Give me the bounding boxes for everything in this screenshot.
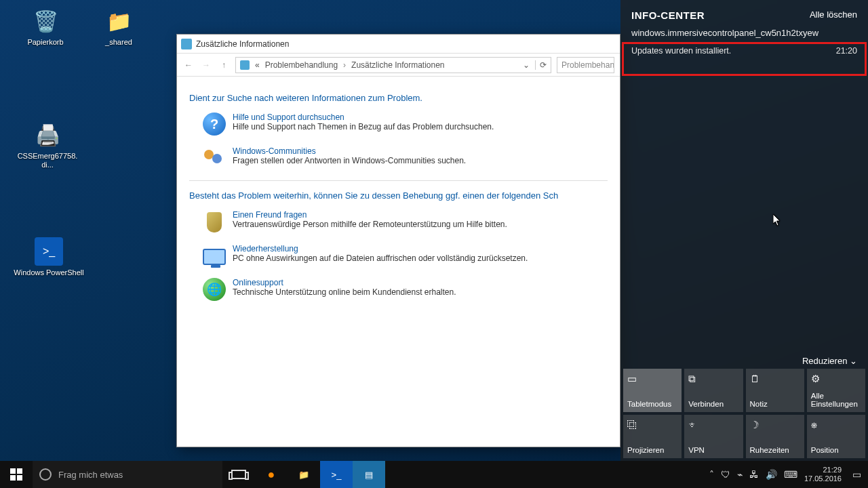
online-support-link[interactable]: Onlinesupport — [233, 278, 456, 287]
search-input[interactable]: Problembehand — [557, 57, 614, 73]
taskbar-app-control-panel[interactable]: ▤ — [353, 461, 385, 488]
collapse-button[interactable]: Reduzieren ⌄ — [802, 356, 857, 366]
notification-group-header[interactable]: windows.immersivecontrolpanel_cw5n1h2txy… — [620, 26, 868, 42]
help-icon: ? — [203, 113, 226, 136]
chevron-down-icon[interactable]: ⌄ — [523, 60, 530, 70]
vpn-icon: ᯤ — [688, 419, 738, 430]
tile-note[interactable]: 🗒Notiz — [746, 369, 804, 412]
tray-keyboard-icon[interactable]: ⌨ — [784, 469, 797, 480]
tile-vpn[interactable]: ᯤVPN — [684, 415, 743, 458]
action-center-button[interactable]: ▭ — [852, 469, 861, 480]
breadcrumb[interactable]: « Problembehandlung › Zusätzliche Inform… — [235, 57, 551, 73]
divider — [189, 180, 608, 181]
desktop-icon-label: CSSEmerg67758. di... — [14, 152, 81, 169]
control-panel-icon — [240, 60, 250, 70]
tray-security-icon[interactable]: 🛡 — [721, 469, 730, 480]
taskbar-app-powershell[interactable]: >_ — [320, 461, 353, 488]
tray-chevron-up-icon[interactable]: ˄ — [709, 469, 714, 480]
nav-forward-button[interactable]: → — [200, 60, 212, 70]
refresh-button[interactable]: ⟳ — [535, 60, 547, 70]
tray-network-icon[interactable]: 🖧 — [749, 469, 759, 480]
entry-description: Vertrauenswürdige Person mithilfe der Re… — [233, 220, 507, 229]
entry-description: PC ohne Auswirkungen auf die Dateien auf… — [233, 253, 528, 263]
cortana-search-input[interactable]: Frag mich etwas — [33, 461, 222, 488]
help-entry: 🌐 Onlinesupport Technische Unterstützung… — [203, 278, 608, 301]
system-tray: ˄ 🛡 ⌁ 🖧 🔊 ⌨ 21:29 17.05.2016 ▭ — [703, 461, 868, 488]
clock-date: 17.05.2016 — [804, 474, 842, 483]
desktop-icon-powershell[interactable]: >_ Windows PowerShell — [9, 237, 88, 277]
ask-friend-link[interactable]: Einen Freund fragen — [233, 210, 507, 220]
section-heading: Besteht das Problem weiterhin, können Si… — [189, 190, 608, 201]
people-icon — [203, 146, 226, 169]
start-button[interactable] — [0, 461, 33, 488]
nav-up-button[interactable]: ↑ — [218, 60, 230, 70]
desktop-icon-cssemerg[interactable]: 🖨️ CSSEmerg67758. di... — [14, 121, 81, 169]
help-search-link[interactable]: Hilfe und Support durchsuchen — [233, 113, 494, 122]
troubleshooting-window: Zusätzliche Informationen ← → ↑ « Proble… — [176, 34, 620, 447]
tile-all-settings[interactable]: ⚙Alle Einstellungen — [807, 369, 865, 412]
chevron-right-icon: › — [343, 60, 346, 70]
nav-back-button[interactable]: ← — [182, 60, 195, 70]
project-icon: ⿻ — [627, 419, 677, 430]
search-placeholder: Frag mich etwas — [58, 470, 123, 480]
tablet-icon: ▭ — [627, 373, 677, 385]
entry-description: Hilfe und Support nach Themen in Bezug a… — [233, 122, 494, 131]
action-center-panel: INFO-CENTER Alle löschen windows.immersi… — [620, 0, 868, 461]
control-panel-icon — [181, 39, 192, 49]
desktop-icon-label: Windows PowerShell — [9, 268, 88, 277]
control-panel-icon: ▤ — [365, 470, 373, 480]
help-entry: ? Hilfe und Support durchsuchen Hilfe un… — [203, 113, 608, 136]
tile-connect[interactable]: ⧉Verbinden — [684, 369, 743, 412]
help-entry: Wiederherstellung PC ohne Auswirkungen a… — [203, 244, 608, 267]
breadcrumb-item[interactable]: Problembehandlung — [265, 60, 338, 70]
gear-icon: ⚙ — [811, 373, 861, 385]
note-icon: 🗒 — [750, 373, 800, 384]
notification-time: 21:20 — [836, 46, 857, 56]
task-view-button[interactable] — [222, 461, 255, 488]
address-bar: ← → ↑ « Problembehandlung › Zusätzliche … — [177, 54, 620, 77]
entry-description: Technische Unterstützung online beim Kun… — [233, 287, 456, 297]
tile-location[interactable]: ⎈Position — [807, 415, 865, 458]
quick-action-tiles: ▭Tabletmodus ⧉Verbinden 🗒Notiz ⚙Alle Ein… — [620, 366, 868, 461]
section-heading: Dient zur Suche nach weiteren Informatio… — [189, 93, 608, 103]
clear-all-button[interactable]: Alle löschen — [810, 9, 857, 21]
help-entry: Windows-Communities Fragen stellen oder … — [203, 146, 608, 169]
taskbar: Frag mich etwas ● 📁 >_ ▤ ˄ 🛡 ⌁ 🖧 🔊 ⌨ 21:… — [0, 461, 868, 488]
desktop-icon-shared-folder[interactable]: 📁 _shared — [92, 7, 145, 47]
action-center-title: INFO-CENTER — [631, 9, 705, 21]
window-titlebar[interactable]: Zusätzliche Informationen — [177, 35, 620, 54]
firefox-icon: ● — [268, 468, 275, 482]
entry-description: Fragen stellen oder Antworten in Windows… — [233, 156, 466, 165]
chevron-down-icon: ⌄ — [850, 356, 857, 366]
desktop-icon-recycle-bin[interactable]: 🗑️ Papierkorb — [19, 7, 72, 47]
taskbar-app-explorer[interactable]: 📁 — [288, 461, 320, 488]
tray-battery-icon[interactable]: ⌁ — [737, 469, 743, 480]
communities-link[interactable]: Windows-Communities — [233, 146, 466, 156]
tile-quiet-hours[interactable]: ☽Ruhezeiten — [746, 415, 804, 458]
folder-icon: 📁 — [298, 470, 309, 480]
tray-volume-icon[interactable]: 🔊 — [766, 469, 777, 480]
folder-icon: 📁 — [104, 7, 133, 35]
window-content: Dient zur Suche nach weiteren Informatio… — [177, 77, 620, 447]
notification-text: Updates wurden installiert. — [631, 46, 731, 56]
taskbar-app-firefox[interactable]: ● — [255, 461, 288, 488]
powershell-icon: >_ — [332, 470, 342, 480]
tile-project[interactable]: ⿻Projizieren — [623, 415, 682, 458]
package-icon: 🖨️ — [33, 121, 62, 149]
globe-icon: 🌐 — [203, 278, 226, 301]
recovery-link[interactable]: Wiederherstellung — [233, 244, 528, 253]
shield-icon — [203, 210, 226, 233]
connect-icon: ⧉ — [688, 373, 738, 385]
window-title: Zusätzliche Informationen — [196, 39, 289, 49]
moon-icon: ☽ — [750, 419, 800, 431]
desktop-icon-label: _shared — [92, 38, 145, 47]
cortana-icon — [39, 468, 52, 481]
breadcrumb-item[interactable]: Zusätzliche Informationen — [351, 60, 444, 70]
desktop-icon-label: Papierkorb — [19, 38, 72, 47]
breadcrumb-prefix: « — [255, 60, 260, 70]
notification-item[interactable]: Updates wurden installiert. 21:20 — [620, 42, 868, 62]
help-entry: Einen Freund fragen Vertrauenswürdige Pe… — [203, 210, 608, 233]
location-icon: ⎈ — [811, 419, 861, 430]
tile-tablet-mode[interactable]: ▭Tabletmodus — [623, 369, 682, 412]
taskbar-clock[interactable]: 21:29 17.05.2016 — [804, 466, 846, 483]
